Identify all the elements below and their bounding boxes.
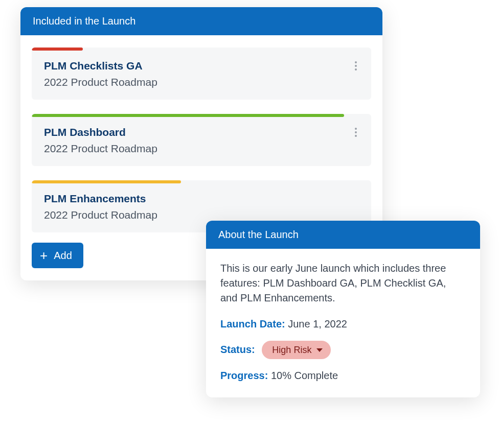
card-title: PLM Enhancements [44, 193, 359, 205]
about-description: This is our early June launch which incl… [220, 261, 466, 305]
launch-date-label: Launch Date: [220, 318, 285, 329]
plus-icon: + [40, 249, 48, 262]
card-title: PLM Checklists GA [44, 60, 359, 72]
status-dropdown[interactable]: High Risk [262, 341, 331, 359]
progress-value: 10% Complete [271, 370, 338, 381]
about-launch-panel: About the Launch This is our early June … [206, 221, 480, 397]
card-subtitle: 2022 Product Roadmap [44, 143, 359, 155]
card-subtitle: 2022 Product Roadmap [44, 76, 359, 88]
status-value: High Risk [272, 343, 311, 357]
card-title: PLM Dashboard [44, 126, 359, 138]
status-row: Status: High Risk [220, 341, 466, 359]
progress-row: Progress: 10% Complete [220, 368, 466, 383]
card-subtitle: 2022 Product Roadmap [44, 209, 359, 221]
status-label: Status: [220, 344, 255, 355]
launch-date-row: Launch Date: June 1, 2022 [220, 317, 466, 332]
caret-down-icon [316, 348, 323, 352]
about-launch-header: About the Launch [206, 221, 480, 249]
card-menu-icon[interactable] [351, 127, 361, 137]
launch-card[interactable]: PLM Checklists GA 2022 Product Roadmap [32, 48, 371, 100]
add-button-label: Add [54, 250, 72, 262]
card-menu-icon[interactable] [351, 61, 361, 71]
included-in-launch-header: Included in the Launch [20, 7, 382, 35]
progress-label: Progress: [220, 370, 268, 381]
add-button[interactable]: + Add [32, 243, 83, 268]
launch-date-value: June 1, 2022 [288, 318, 347, 329]
launch-card[interactable]: PLM Dashboard 2022 Product Roadmap [32, 114, 371, 166]
